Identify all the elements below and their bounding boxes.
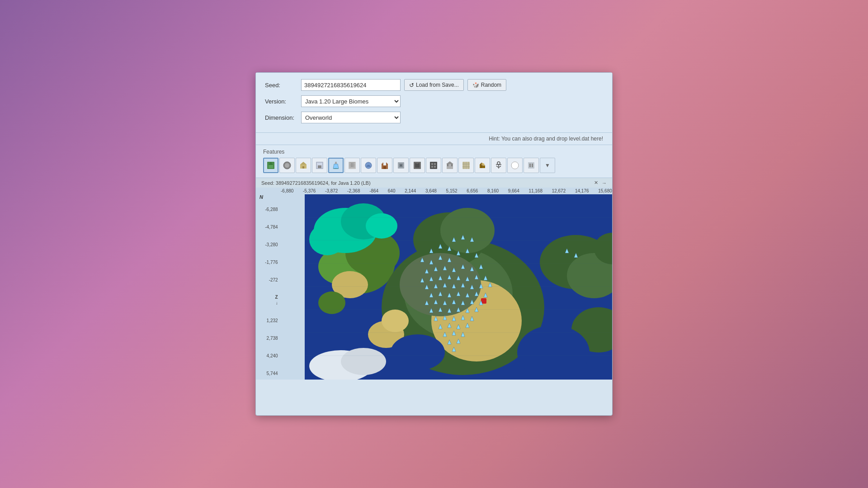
dimension-select[interactable]: Overworld Nether End: [301, 112, 401, 123]
hint-text: Hint: You can also drag and drop level.d…: [489, 136, 603, 142]
svg-rect-32: [416, 162, 418, 164]
feature-nether-fortress[interactable]: [377, 158, 392, 173]
seed-label: Seed:: [265, 82, 301, 89]
feature-biomes[interactable]: [263, 158, 278, 173]
feature-ocean-monument[interactable]: [361, 158, 376, 173]
svg-point-83: [391, 334, 445, 371]
feature-shipwreck[interactable]: [475, 158, 490, 173]
feature-dungeon[interactable]: [426, 158, 441, 173]
svg-rect-48: [481, 165, 485, 168]
svg-point-76: [382, 310, 409, 332]
hint-bar: Hint: You can also drag and drop level.d…: [256, 133, 612, 145]
svg-rect-16: [349, 165, 355, 166]
load-icon: ↺: [409, 82, 414, 89]
svg-rect-37: [434, 166, 436, 168]
svg-marker-39: [446, 161, 453, 164]
compass: N: [259, 194, 263, 200]
z-arrow-icon: ↓: [259, 300, 278, 305]
svg-point-53: [511, 162, 519, 169]
svg-rect-10: [318, 165, 321, 168]
feature-anchor[interactable]: [491, 158, 506, 173]
svg-point-4: [285, 163, 289, 168]
feature-end-city[interactable]: [410, 158, 425, 173]
feature-white-circle[interactable]: [507, 158, 523, 173]
feature-extra[interactable]: [524, 158, 539, 173]
svg-rect-41: [451, 164, 453, 166]
svg-rect-11: [335, 162, 337, 164]
svg-rect-17: [349, 167, 355, 167]
svg-rect-26: [383, 166, 386, 169]
feature-desert-temple[interactable]: [296, 158, 311, 173]
map-header: Seed: 3894927216835619624, for Java 1.20…: [256, 178, 612, 188]
svg-rect-15: [349, 164, 355, 164]
app-window: Seed: ↺ Load from Save... 🎲 Random Versi…: [255, 72, 613, 416]
feature-mineshaft[interactable]: [344, 158, 360, 173]
svg-point-82: [517, 325, 590, 380]
dimension-row: Dimension: Overworld Nether End: [265, 112, 603, 123]
x-axis: -6,880 -5,376 -3,872 -2,368 -864 640 2,1…: [256, 188, 612, 194]
arrow-right-icon: →: [602, 180, 607, 186]
feature-village[interactable]: [279, 158, 295, 173]
seed-row: Seed: ↺ Load from Save... 🎲 Random: [265, 79, 603, 91]
map-canvas[interactable]: ⚓: [305, 194, 612, 380]
svg-rect-29: [400, 164, 402, 166]
feature-igloo[interactable]: [312, 158, 327, 173]
svg-rect-56: [532, 164, 533, 167]
version-label: Version:: [265, 98, 301, 105]
svg-point-85: [341, 348, 386, 375]
svg-marker-6: [300, 162, 307, 164]
svg-point-78: [366, 213, 397, 239]
svg-point-50: [497, 162, 500, 164]
feature-witch-hut[interactable]: [458, 158, 474, 173]
load-from-save-button[interactable]: ↺ Load from Save...: [404, 79, 464, 91]
svg-rect-1: [269, 164, 273, 168]
svg-rect-40: [447, 164, 448, 166]
map-controls: ✕ →: [594, 180, 607, 186]
svg-rect-7: [302, 166, 304, 169]
svg-rect-54: [528, 162, 534, 169]
map-wrapper: N -6,288 -4,784 -3,280 -1,776 -272 Z ↓ 1…: [256, 194, 612, 380]
features-label: Features: [263, 149, 605, 155]
feature-jungle-temple[interactable]: [442, 158, 458, 173]
svg-rect-14: [349, 163, 355, 163]
svg-rect-18: [351, 163, 352, 167]
map-area: Seed: 3894927216835619624, for Java 1.20…: [256, 178, 612, 380]
svg-rect-25: [386, 163, 387, 164]
random-button[interactable]: 🎲 Random: [467, 79, 506, 91]
feature-stronghold[interactable]: [393, 158, 409, 173]
map-svg: ⚓: [305, 194, 612, 380]
svg-rect-55: [529, 164, 531, 167]
svg-point-70: [440, 208, 495, 253]
svg-rect-19: [353, 163, 353, 167]
top-panel: Seed: ↺ Load from Save... 🎲 Random Versi…: [256, 73, 612, 133]
svg-rect-36: [431, 166, 433, 168]
map-seed-display: Seed: 3894927216835619624, for Java 1.20…: [261, 180, 371, 186]
seed-input[interactable]: [301, 79, 401, 91]
svg-rect-24: [382, 163, 383, 164]
compass-north-label: N: [259, 194, 263, 200]
svg-rect-31: [415, 163, 420, 168]
svg-rect-33: [430, 162, 437, 169]
features-panel: Features: [256, 145, 612, 178]
y-axis: N -6,288 -4,784 -3,280 -1,776 -272 Z ↓ 1…: [256, 194, 280, 380]
svg-point-12: [333, 168, 339, 169]
close-icon[interactable]: ✕: [594, 180, 598, 186]
svg-point-77: [309, 224, 345, 255]
svg-rect-35: [434, 163, 436, 165]
filter-chevron-icon: ▼: [545, 162, 550, 169]
svg-point-79: [400, 253, 481, 316]
svg-rect-34: [431, 163, 433, 165]
z-label: Z: [259, 295, 278, 300]
feature-flask[interactable]: [328, 158, 344, 173]
features-filter-button[interactable]: ▼: [540, 158, 555, 173]
version-select[interactable]: Java 1.20 Large Biomes Java 1.20 Java 1.…: [301, 95, 401, 107]
random-icon: 🎲: [472, 82, 479, 88]
dimension-label: Dimension:: [265, 114, 301, 121]
svg-point-63: [318, 291, 345, 314]
features-icons: ▼: [263, 158, 605, 173]
version-row: Version: Java 1.20 Large Biomes Java 1.2…: [265, 95, 603, 107]
